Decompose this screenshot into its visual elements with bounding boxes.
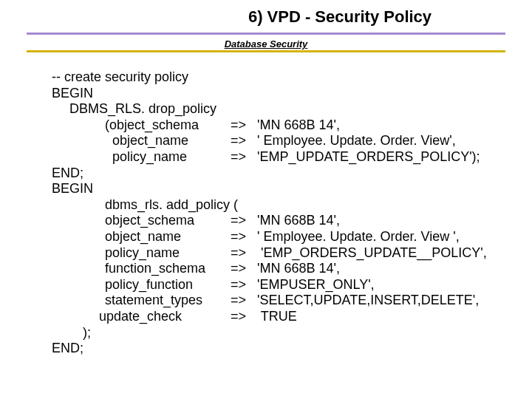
param-key: statement_types: [105, 293, 231, 309]
param-key: object_schema: [105, 213, 231, 229]
param-key: function_schema: [105, 261, 231, 277]
param-value: 'EMPUSER_ONLY',: [257, 277, 375, 292]
arrow-icon: =>: [231, 277, 257, 293]
param-key: policy_name: [112, 149, 231, 166]
param-key: policy_function: [105, 277, 231, 293]
arrow-icon: =>: [231, 245, 257, 262]
param-key: object_name: [105, 229, 231, 245]
arrow-icon: =>: [231, 133, 257, 149]
code-line: policy_function=>'EMPUSER_ONLY',: [52, 277, 502, 293]
code-line: BEGIN: [52, 181, 502, 197]
code-line: function_schema=>'MN 668B 14',: [52, 261, 502, 277]
code-line: );: [52, 325, 502, 341]
param-value: 'SELECT,UPDATE,INSERT,DELETE',: [257, 293, 479, 307]
param-key: policy_name: [105, 245, 231, 262]
code-line: object_schema=>'MN 668B 14',: [52, 213, 502, 229]
arrow-icon: =>: [231, 149, 257, 166]
param-value: 'MN 668B 14',: [257, 213, 340, 228]
param-key: update_check: [99, 309, 231, 325]
arrow-icon: =>: [231, 293, 257, 309]
code-line: dbms_rls. add_policy (: [52, 197, 502, 214]
code-line: object_name=>' Employee. Update. Order. …: [52, 133, 502, 149]
code-line: policy_name=> 'EMP_ORDERS_UPDATE__POLICY…: [52, 245, 502, 262]
slide: 6) VPD - Security Policy Database Securi…: [0, 0, 532, 399]
code-line: statement_types=>'SELECT,UPDATE,INSERT,D…: [52, 293, 502, 309]
page-title: 6) VPD - Security Policy: [0, 7, 532, 27]
arrow-icon: =>: [231, 229, 257, 245]
code-line: BEGIN: [52, 86, 502, 102]
code-line: END;: [52, 166, 502, 182]
code-line: END;: [52, 341, 502, 357]
param-key: (object_schema: [105, 117, 231, 134]
page-subtitle: Database Security: [0, 38, 532, 50]
code-line: object_name=>' Employee. Update. Order. …: [52, 229, 502, 245]
arrow-icon: =>: [231, 309, 257, 325]
param-value: ' Employee. Update. Order. View ',: [257, 229, 460, 244]
code-line: (object_schema=>'MN 668B 14',: [52, 117, 502, 134]
code-block: -- create security policy BEGIN DBMS_RLS…: [52, 69, 502, 357]
param-value: 'MN 668B 14',: [257, 261, 340, 276]
param-value: TRUE: [257, 309, 297, 324]
arrow-icon: =>: [231, 261, 257, 277]
code-line: -- create security policy: [52, 69, 502, 86]
param-value: 'EMP_UPDATE_ORDERS_POLICY');: [257, 149, 480, 164]
param-key: object_name: [112, 133, 231, 149]
param-value: ' Employee. Update. Order. View',: [257, 133, 456, 148]
arrow-icon: =>: [231, 213, 257, 229]
code-line: update_check=> TRUE: [52, 309, 502, 325]
param-value: 'EMP_ORDERS_UPDATE__POLICY',: [257, 245, 487, 260]
code-line: policy_name=>'EMP_UPDATE_ORDERS_POLICY')…: [52, 149, 502, 166]
arrow-icon: =>: [231, 117, 257, 134]
code-line: DBMS_RLS. drop_policy: [52, 101, 502, 117]
param-value: 'MN 668B 14',: [257, 117, 340, 132]
